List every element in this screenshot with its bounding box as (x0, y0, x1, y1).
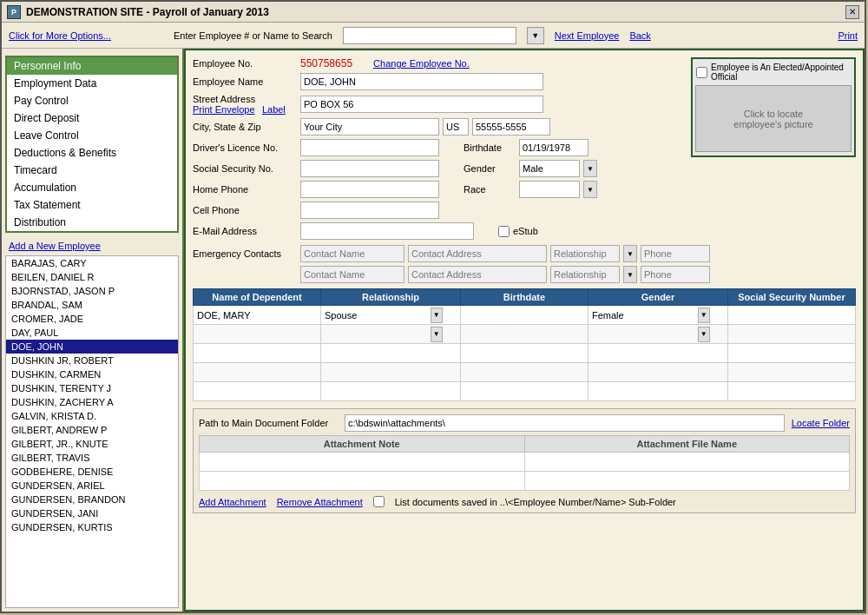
race-input[interactable] (519, 181, 580, 198)
dependent-row-3 (194, 344, 856, 363)
drivers-licence-input[interactable] (300, 139, 439, 156)
employee-item[interactable]: BEILEN, DANIEL R (6, 270, 178, 284)
employee-item[interactable]: GUNDERSEN, ARIEL (6, 479, 178, 493)
emergency-relationship-dropdown-2[interactable]: ▼ (623, 266, 637, 283)
dep-name-input[interactable] (197, 310, 317, 321)
list-documents-checkbox[interactable] (373, 496, 385, 507)
employee-picture[interactable]: Click to locate employee's picture (695, 85, 852, 152)
employee-item[interactable]: GUNDERSEN, BRANDON (6, 493, 178, 506)
email-input[interactable] (300, 222, 474, 240)
emergency-contact-address-2[interactable] (408, 266, 547, 283)
emergency-relationship-dropdown-1[interactable]: ▼ (623, 245, 637, 262)
employee-item[interactable]: BRANDAL, SAM (6, 298, 178, 312)
street-address-input[interactable] (300, 96, 543, 113)
sidebar-item-tax-statement[interactable]: Tax Statement (7, 196, 177, 214)
gender-input[interactable] (519, 160, 580, 177)
dep-gender-input[interactable] (592, 310, 698, 321)
employee-item[interactable]: GILBERT, JR., KNUTE (6, 437, 178, 451)
emergency-relationship-1[interactable] (550, 245, 620, 262)
elected-checkbox-row: Employee is An Elected/Appointed Officia… (696, 63, 851, 82)
back-button[interactable]: Back (629, 30, 650, 41)
employee-item[interactable]: DUSHKIN, CARMEN (6, 367, 178, 381)
dep-birthdate-input[interactable] (464, 310, 584, 321)
dep-gender-dropdown-2[interactable]: ▼ (698, 327, 710, 342)
dep-relationship-dropdown-2[interactable]: ▼ (431, 327, 443, 342)
birthdate-input[interactable] (519, 139, 589, 156)
city-input[interactable] (300, 118, 439, 136)
search-label: Enter Employee # or Name to Search (174, 30, 332, 41)
dep-ssn-input-2[interactable] (732, 329, 852, 340)
employee-item[interactable]: DAY, PAUL (6, 326, 178, 340)
next-employee-button[interactable]: Next Employee (555, 30, 620, 41)
label-link[interactable]: Label (262, 104, 286, 115)
employee-item-selected[interactable]: DOE, JOHN (6, 340, 178, 354)
employee-name-input[interactable] (300, 73, 543, 90)
close-button[interactable]: ✕ (845, 5, 859, 19)
more-options-link[interactable]: Click for More Options... (9, 30, 111, 41)
employee-item[interactable]: CROMER, JADE (6, 312, 178, 326)
sidebar-item-leave-control[interactable]: Leave Control (7, 127, 177, 144)
dep-relationship-input-2[interactable] (325, 329, 431, 340)
add-new-employee-link[interactable]: Add a New Employee (9, 241, 101, 251)
home-phone-race-row: Home Phone Race ▼ (193, 181, 856, 198)
emergency-contact-name-2[interactable] (300, 266, 404, 283)
print-envelope-link[interactable]: Print Envelope (193, 104, 255, 115)
employee-item[interactable]: GALVIN, KRISTA D. (6, 409, 178, 423)
cell-phone-row: Cell Phone (193, 202, 856, 219)
search-dropdown[interactable]: ▼ (527, 27, 544, 44)
dep-gender-input-2[interactable] (592, 329, 698, 340)
dependent-row-5 (194, 382, 856, 401)
remove-attachment-link[interactable]: Remove Attachment (277, 497, 363, 507)
employee-item[interactable]: GODBEHERE, DENISE (6, 465, 178, 479)
sidebar-item-direct-deposit[interactable]: Direct Deposit (7, 109, 177, 127)
employee-item[interactable]: BJORNSTAD, JASON P (6, 284, 178, 298)
employee-item[interactable]: BARAJAS, CARY (6, 256, 178, 270)
employee-item[interactable]: GUNDERSEN, KURTIS (6, 520, 178, 534)
email-row: E-Mail Address eStub (193, 222, 856, 240)
sidebar-item-deductions[interactable]: Deductions & Benefits (7, 144, 177, 162)
sidebar-item-personnel-info[interactable]: Personnel Info (7, 57, 177, 75)
sidebar-item-distribution[interactable]: Distribution (7, 214, 177, 231)
emergency-relationship-2[interactable] (550, 266, 620, 283)
emergency-phone-2[interactable] (641, 266, 710, 283)
print-button[interactable]: Print (838, 30, 858, 41)
change-employee-no-link[interactable]: Change Employee No. (373, 58, 470, 69)
dep-gender-dropdown[interactable]: ▼ (698, 308, 710, 323)
search-input[interactable] (343, 27, 516, 44)
employee-item[interactable]: GILBERT, TRAVIS (6, 451, 178, 465)
dep-birthdate-input-2[interactable] (464, 329, 584, 340)
gender-dropdown[interactable]: ▼ (583, 160, 597, 177)
home-phone-input[interactable] (300, 181, 439, 198)
employee-item[interactable]: GILBERT, ANDREW P (6, 423, 178, 437)
race-dropdown[interactable]: ▼ (583, 181, 597, 198)
dep-name-cell (194, 306, 321, 325)
ssn-input[interactable] (300, 160, 439, 177)
attach-note-input[interactable] (200, 457, 524, 467)
emergency-contact-address-1[interactable] (408, 245, 547, 262)
add-attachment-link[interactable]: Add Attachment (199, 497, 266, 507)
employee-item[interactable]: GUNDERSEN, JANI (6, 506, 178, 520)
locate-folder-link[interactable]: Locate Folder (792, 418, 850, 428)
emergency-contact-name-1[interactable] (300, 245, 404, 262)
zip-input[interactable] (472, 118, 550, 136)
employee-item[interactable]: DUSHKIN, TERENTY J (6, 381, 178, 395)
cell-phone-input[interactable] (300, 202, 439, 219)
employee-item[interactable]: DUSHKIN, ZACHERY A (6, 395, 178, 409)
path-label: Path to Main Document Folder (199, 418, 338, 428)
dep-relationship-input[interactable] (325, 310, 431, 321)
dep-relationship-dropdown[interactable]: ▼ (431, 308, 443, 323)
dep-name-input-2[interactable] (197, 329, 317, 340)
emergency-phone-1[interactable] (641, 245, 710, 262)
state-input[interactable] (443, 118, 469, 136)
elected-checkbox[interactable] (696, 67, 707, 78)
sidebar-item-employment-data[interactable]: Employment Data (7, 75, 177, 92)
attach-file-input[interactable] (525, 457, 850, 467)
employee-item[interactable]: DUSHKIN JR, ROBERT (6, 354, 178, 367)
path-input[interactable] (345, 414, 785, 432)
sidebar-item-timecard[interactable]: Timecard (7, 162, 177, 179)
sidebar-item-accumulation[interactable]: Accumulation (7, 179, 177, 196)
elected-label: Employee is An Elected/Appointed Officia… (711, 63, 851, 82)
sidebar-item-pay-control[interactable]: Pay Control (7, 92, 177, 109)
dep-ssn-input[interactable] (732, 310, 852, 321)
estub-checkbox[interactable] (498, 226, 510, 237)
